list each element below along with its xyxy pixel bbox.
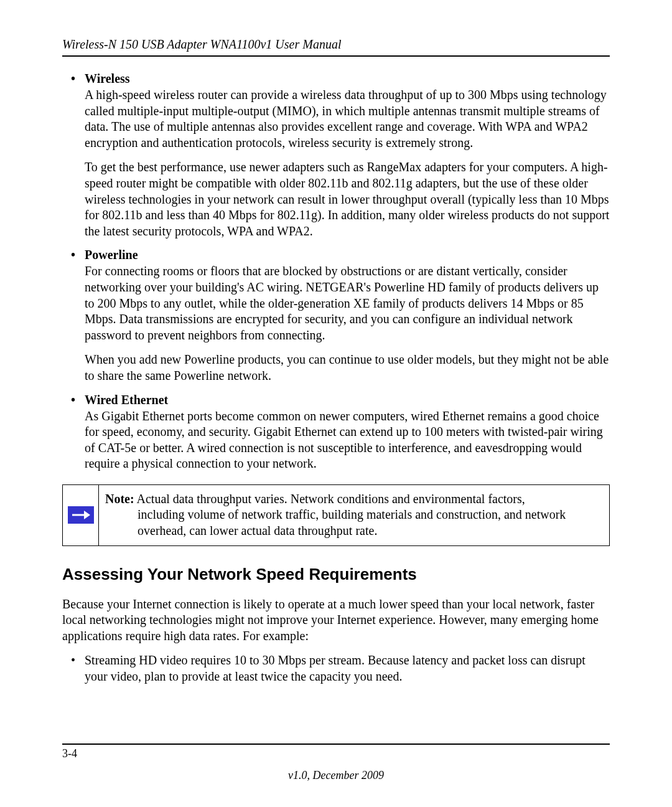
body-text: When you add new Powerline products, you… (85, 352, 610, 384)
body-text: As Gigabit Ethernet ports become common … (85, 408, 610, 472)
page-footer: 3-4 v1.0, December 2009 (62, 743, 610, 782)
body-text: A high-speed wireless router can provide… (85, 87, 610, 151)
header-divider (62, 55, 610, 57)
note-icon-cell (63, 485, 99, 545)
note-text: Note: Actual data throughput varies. Net… (99, 485, 609, 545)
feature-bullet-list: Wireless A high-speed wireless router ca… (71, 72, 610, 472)
note-label: Note: (105, 492, 134, 506)
body-text: To get the best performance, use newer a… (85, 159, 610, 239)
page-number: 3-4 (62, 747, 610, 760)
svg-marker-1 (84, 511, 90, 519)
bullet-wired-ethernet: Wired Ethernet As Gigabit Ethernet ports… (71, 393, 610, 472)
note-line2: including volume of network traffic, bui… (105, 507, 602, 539)
section-intro: Because your Internet connection is like… (62, 597, 610, 644)
arrow-right-icon (68, 506, 94, 524)
document-title: Wireless-N 150 USB Adapter WNA1100v1 Use… (62, 37, 610, 52)
bullet-heading-wireless: Wireless (85, 72, 610, 86)
footer-version: v1.0, December 2009 (62, 769, 610, 782)
bullet-powerline: Powerline For connecting rooms or floors… (71, 248, 610, 384)
note-line1: Actual data throughput varies. Network c… (134, 492, 525, 506)
page-header: Wireless-N 150 USB Adapter WNA1100v1 Use… (62, 37, 610, 57)
bullet-heading-wired: Wired Ethernet (85, 393, 610, 407)
bullet-heading-powerline: Powerline (85, 248, 610, 262)
section-heading: Assessing Your Network Speed Requirement… (62, 565, 610, 584)
note-box: Note: Actual data throughput varies. Net… (62, 484, 610, 546)
list-item: Streaming HD video requires 10 to 30 Mbp… (71, 653, 610, 684)
footer-divider (62, 743, 610, 745)
body-text: For connecting rooms or floors that are … (85, 263, 610, 343)
example-bullets: Streaming HD video requires 10 to 30 Mbp… (71, 653, 610, 684)
bullet-wireless: Wireless A high-speed wireless router ca… (71, 72, 610, 239)
